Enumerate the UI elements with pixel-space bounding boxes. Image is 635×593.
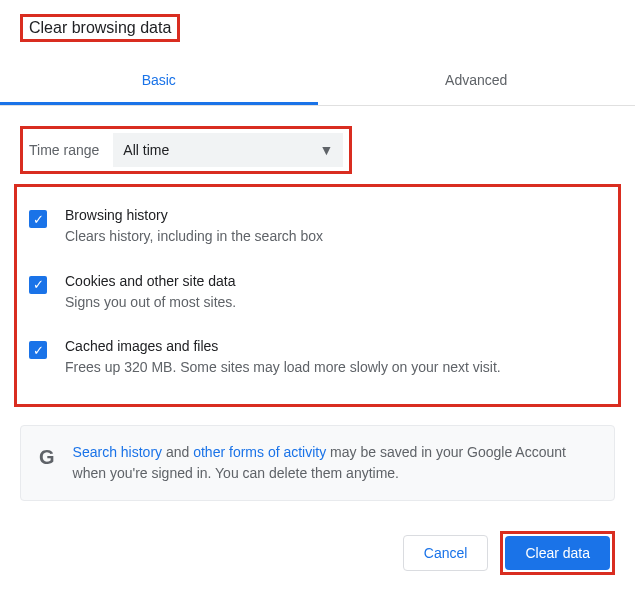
option-title: Cached images and files <box>65 338 606 354</box>
clear-data-button[interactable]: Clear data <box>505 536 610 570</box>
checkbox-icon[interactable]: ✓ <box>29 341 47 359</box>
checkbox-icon[interactable]: ✓ <box>29 276 47 294</box>
tab-basic[interactable]: Basic <box>0 58 318 105</box>
checkbox-icon[interactable]: ✓ <box>29 210 47 228</box>
tab-advanced[interactable]: Advanced <box>318 58 636 105</box>
other-activity-link[interactable]: other forms of activity <box>193 444 326 460</box>
tabs: Basic Advanced <box>0 58 635 106</box>
cancel-button[interactable]: Cancel <box>403 535 489 571</box>
option-cookies[interactable]: ✓ Cookies and other site data Signs you … <box>23 263 612 329</box>
options-list: ✓ Browsing history Clears history, inclu… <box>14 184 621 407</box>
option-cached[interactable]: ✓ Cached images and files Frees up 320 M… <box>23 328 612 394</box>
option-title: Browsing history <box>65 207 606 223</box>
google-logo-icon: G <box>39 442 55 472</box>
option-title: Cookies and other site data <box>65 273 606 289</box>
dialog-title: Clear browsing data <box>20 14 180 42</box>
option-desc: Signs you out of most sites. <box>65 293 606 313</box>
time-range-value: All time <box>123 142 169 158</box>
dialog-buttons: Cancel Clear data <box>403 531 615 575</box>
option-browsing-history[interactable]: ✓ Browsing history Clears history, inclu… <box>23 197 612 263</box>
time-range-select[interactable]: All time ▼ <box>113 133 343 167</box>
time-range-label: Time range <box>29 142 99 158</box>
chevron-down-icon: ▼ <box>319 142 333 158</box>
option-desc: Clears history, including in the search … <box>65 227 606 247</box>
notice-text: and <box>162 444 193 460</box>
option-desc: Frees up 320 MB. Some sites may load mor… <box>65 358 606 378</box>
search-history-link[interactable]: Search history <box>73 444 162 460</box>
google-account-notice: G Search history and other forms of acti… <box>20 425 615 501</box>
